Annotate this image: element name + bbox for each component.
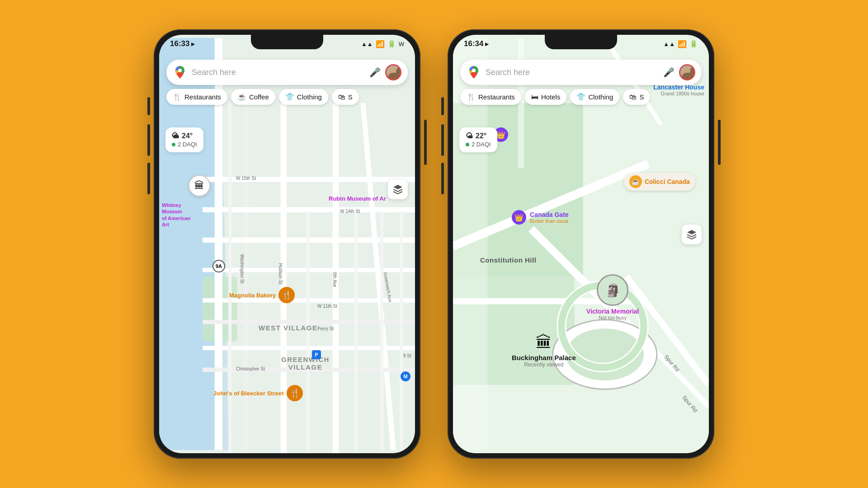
svg-line-5 [363,103,393,450]
weather-icon-2: 🌤 [466,132,473,140]
weather-widget-1: 🌥 24° 2 DAQI [165,127,203,152]
route-9a-marker: 9A [212,260,225,272]
svg-rect-18 [380,211,383,450]
johns-bleecker-marker[interactable]: John's of Bleecker Street 🍴 [213,385,303,401]
chip-shopping-2[interactable]: 🛍 S [623,89,650,105]
search-placeholder-1: Search here [192,68,365,77]
magnolia-bakery-marker[interactable]: Magnolia Bakery 🍴 [229,287,295,303]
parking-1: P [312,350,321,359]
filter-chips-2: 🍴 Restaurants 🛏 Hotels 👕 Clothing 🛍 S [460,89,650,105]
colicci-icon: ☕ [629,175,642,188]
canada-gate-title: Canada Gate [530,211,569,218]
wifi-icon: 📶 [376,40,385,48]
w11-st-label: W 11th St [317,304,337,309]
restaurants-icon-2: 🍴 [467,93,476,101]
air-quality-dot-1 [172,143,175,146]
perry-st-label: Perry St [317,326,334,331]
nav-arrow-icon: ▶ [191,42,195,47]
subway-m-2: M [401,371,410,381]
phone-1-screen: 16:33 ▶ ▲▲ 📶 🔋 W Search here 🎤 [159,35,415,453]
volume-up-button[interactable] [147,124,150,156]
hudson-st-label: Hudson St [278,263,283,285]
power-button-2[interactable] [718,120,721,165]
google-maps-logo-1 [173,65,187,80]
google-maps-logo-2 [467,65,481,80]
chip-shopping-1[interactable]: 🛍 S [332,89,359,105]
chip-coffee-1[interactable]: ☕ Coffee [231,89,275,105]
christopher-st-label: Christopher St [236,366,265,371]
signal-icon: ▲▲ [361,41,373,47]
avatar-2[interactable] [679,64,695,80]
volume-down-button[interactable] [147,163,150,194]
w14-st-label: W 14th St [340,209,360,214]
status-icons-2: ▲▲ 📶 🔋 [663,40,698,48]
magnolia-label: Magnolia Bakery [229,292,276,299]
phone-1: 16:33 ▶ ▲▲ 📶 🔋 W Search here 🎤 [154,29,420,459]
mute-button[interactable] [147,97,150,115]
clothing-icon-2: 👕 [576,93,585,101]
svg-rect-7 [203,177,415,182]
layers-icon-1 [392,184,403,195]
colicci-canada-marker[interactable]: ☕ Colicci Canada [624,173,695,191]
shopping-icon-2: 🛍 [629,93,637,101]
battery-icon: 🔋 [387,40,396,48]
svg-rect-19 [400,211,403,450]
svg-point-36 [472,69,476,72]
restaurants-icon: 🍴 [173,93,182,101]
buckingham-sub: Recently viewed [512,361,576,368]
victoria-sub: Not too busy [586,315,639,320]
rubin-museum-label: Rubin Museum of Ar [329,195,386,202]
victoria-circle: 🗿 [597,274,628,306]
phone-2-screen: 16:34 ▶ ▲▲ 📶 🔋 Lancaster House Grand 180… [453,35,709,453]
chip-restaurants-2[interactable]: 🍴 Restaurants [460,89,521,105]
svg-rect-17 [354,211,358,450]
shopping-icon-1: 🛍 [338,93,345,101]
battery-icon-2: 🔋 [689,40,698,48]
lancaster-label: Lancaster House Grand 1800s house [653,84,704,96]
avatar-1[interactable] [385,64,401,80]
buckingham-palace-marker[interactable]: 🏛 Buckingham Palace Recently viewed [512,333,576,368]
mic-icon-1[interactable]: 🎤 [369,67,381,78]
power-button[interactable] [424,120,427,165]
layers-button-2[interactable] [682,225,702,244]
notch-2 [545,35,617,49]
victoria-memorial-marker[interactable]: 🗿 Victoria Memorial Not too busy [586,274,639,320]
w15-st-label: W 15th St [236,176,256,181]
layers-icon-2 [686,229,697,240]
mic-icon-2[interactable]: 🎤 [663,67,675,78]
johns-label: John's of Bleecker Street [213,390,284,397]
whitney-museum-marker[interactable]: 🏛 [189,175,210,197]
status-time-2: 16:34 ▶ [464,39,489,48]
volume-up-button-2[interactable] [441,124,444,156]
chip-clothing-2[interactable]: 👕 Clothing [570,89,619,105]
phone-2: 16:34 ▶ ▲▲ 📶 🔋 Lancaster House Grand 180… [448,29,714,459]
air-quality-dot-2 [466,143,469,146]
notch [251,35,323,49]
weather-widget-2: 🌤 22° 2 DAQI [459,127,497,152]
svg-point-20 [178,69,182,72]
chip-restaurants-1[interactable]: 🍴 Restaurants [166,89,227,105]
canada-gate-info: Canada Gate Busier than usual [530,211,569,224]
wifi-icon-2: 📶 [678,40,687,48]
search-bar-2[interactable]: Search here 🎤 [460,60,702,85]
volume-down-button-2[interactable] [441,163,444,194]
hotels-icon: 🛏 [531,93,538,101]
coffee-icon: ☕ [237,93,246,101]
johns-icon: 🍴 [287,385,303,401]
chip-clothing-1[interactable]: 👕 Clothing [279,89,328,105]
layers-button-1[interactable] [388,179,408,199]
clothing-icon-1: 👕 [285,93,294,101]
chip-hotels-2[interactable]: 🛏 Hotels [525,89,567,105]
9-st-label: 9 St [403,353,411,358]
8th-ave-label: 8th Ave [332,272,337,287]
buckingham-title: Buckingham Palace [512,354,576,361]
search-placeholder-2: Search here [486,68,659,77]
mute-button-2[interactable] [441,97,444,115]
weather-icon-1: 🌥 [172,132,179,140]
canada-gate-marker[interactable]: 👑 Canada Gate Busier than usual [512,210,569,225]
buckingham-icon: 🏛 [512,333,576,352]
search-bar-1[interactable]: Search here 🎤 [166,60,408,85]
greenwich-village-label: GREENWICHVILLAGE [281,356,330,371]
carrier-label: W [399,41,404,47]
magnolia-icon: 🍴 [278,287,295,303]
